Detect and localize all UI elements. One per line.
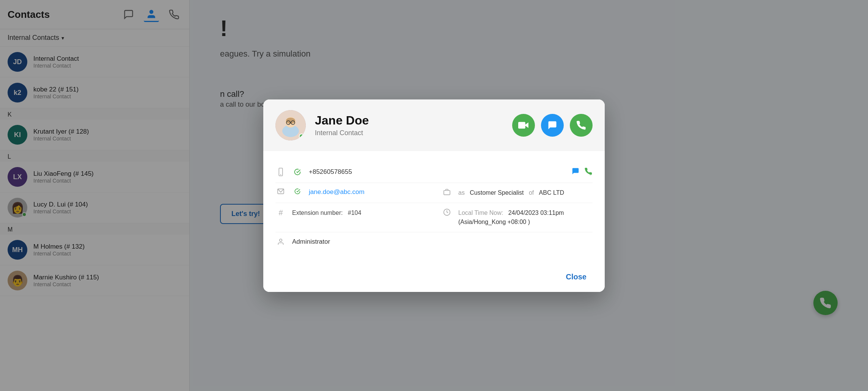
role-value: Customer Specialist	[470, 189, 524, 196]
verified-check-icon	[292, 169, 303, 175]
modal-action-buttons	[512, 114, 593, 137]
role-col: as Customer Specialist of ABC LTD	[426, 183, 593, 203]
email-verified-icon	[292, 188, 303, 194]
modal-contact-name: Jane Doe	[315, 114, 503, 128]
admin-value: Administrator	[292, 238, 593, 246]
phone-number: +85260578655	[309, 168, 565, 176]
extension-time-row: # Extension number: #104	[275, 203, 593, 232]
email-col: jane.doe@abc.com	[275, 183, 426, 203]
avatar	[275, 110, 306, 140]
close-button[interactable]: Close	[560, 270, 593, 284]
phone-call-button[interactable]	[570, 114, 593, 137]
email-role-row: jane.doe@abc.com as Customer Specialist	[275, 183, 593, 203]
email-icon	[275, 188, 286, 194]
timezone-value: (Asia/Hong_Kong +08:00 )	[458, 219, 530, 225]
contact-detail-modal: Jane Doe Internal Contact	[263, 99, 605, 292]
role-of-text: of	[529, 189, 534, 196]
person-icon	[275, 238, 286, 246]
hash-icon: #	[275, 208, 286, 217]
briefcase-icon	[442, 188, 452, 195]
modal-body: +85260578655 #	[263, 151, 605, 262]
phone-row: +85260578655 #	[275, 162, 593, 183]
extension-label: Extension number:	[292, 210, 343, 216]
video-call-button[interactable]	[512, 114, 535, 137]
time-content: Local Time Now: 24/04/2023 03:11pm (Asia…	[458, 208, 564, 227]
chat-message-button[interactable]	[541, 114, 564, 137]
svg-point-14	[280, 239, 282, 241]
sms-action-icon[interactable]	[571, 167, 580, 177]
company-value: ABC LTD	[539, 189, 564, 196]
modal-contact-type: Internal Contact	[315, 129, 503, 137]
modal-footer: Close	[263, 262, 605, 292]
online-status-indicator	[299, 134, 304, 139]
role-content: as Customer Specialist of ABC LTD	[458, 188, 564, 197]
modal-name-area: Jane Doe Internal Contact	[315, 114, 503, 137]
modal-header: Jane Doe Internal Contact	[263, 99, 605, 151]
extension-col: # Extension number: #104	[275, 203, 426, 232]
time-value: 24/04/2023 03:11pm	[508, 210, 564, 216]
time-label: Local Time Now:	[458, 210, 503, 216]
mobile-phone-icon	[275, 168, 286, 176]
svg-rect-12	[444, 190, 450, 194]
time-col: Local Time Now: 24/04/2023 03:11pm (Asia…	[426, 203, 593, 232]
email-value[interactable]: jane.doe@abc.com	[309, 188, 426, 196]
modal-backdrop: Jane Doe Internal Contact	[0, 0, 868, 391]
admin-row: Administrator	[275, 232, 593, 251]
extension-content: Extension number: #104	[292, 208, 361, 218]
clock-icon	[442, 208, 452, 216]
phone-field-actions: #	[571, 167, 593, 177]
extension-value: #104	[348, 210, 362, 216]
call-action-icon[interactable]: #	[584, 167, 593, 177]
role-as-text: as	[458, 189, 465, 196]
